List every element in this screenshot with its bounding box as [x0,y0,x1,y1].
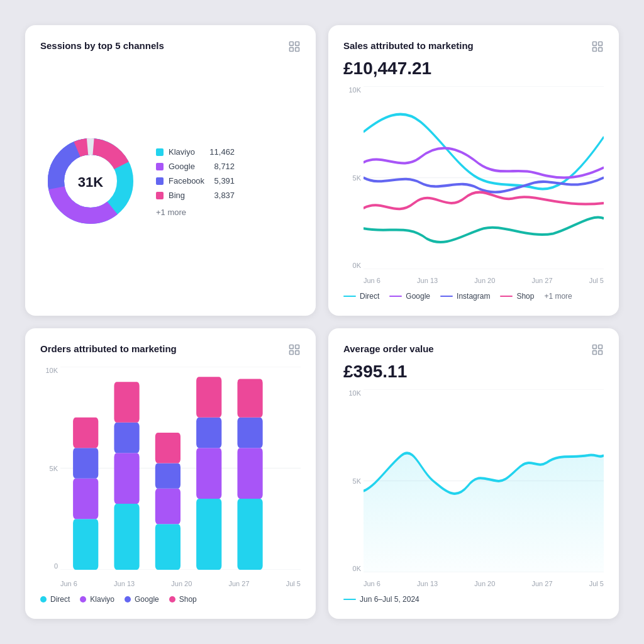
orders-legend-google: Google [125,595,159,604]
orders-google-label: Google [135,595,159,604]
aov-title: Average order value [343,343,434,354]
direct-line [343,296,356,297]
sales-legend-direct: Direct [343,292,379,301]
svg-rect-29 [114,453,139,504]
svg-rect-13 [599,48,602,52]
aov-value: £395.11 [343,362,604,382]
google-line [389,296,402,297]
google-label: Google [169,162,204,171]
aov-icon[interactable] [591,343,604,359]
sales-chart-area: 10K 5K 0K [343,86,604,284]
legend-item-klaviyo: Klaviyo 11,462 [156,147,235,157]
instagram-line [440,296,453,297]
bing-label: Bing [169,191,204,200]
instagram-label: Instagram [457,292,490,301]
svg-rect-36 [196,499,221,570]
sessions-card: Sessions by top 5 channels [25,25,316,316]
svg-rect-42 [237,418,262,448]
legend-item-bing: Bing 3,837 [156,191,235,200]
sales-more: +1 more [544,292,572,301]
svg-rect-25 [73,479,98,519]
sessions-icon[interactable] [288,40,301,56]
svg-rect-28 [114,504,139,570]
sessions-legend: Klaviyo 11,462 Google 8,712 Facebook 5,3… [156,147,235,217]
aov-y-axis: 10K 5K 0K [343,389,361,572]
svg-rect-0 [290,42,294,46]
svg-rect-34 [155,463,180,488]
sessions-more: +1 more [156,208,235,217]
orders-header: Orders attributed to marketing [40,343,301,359]
svg-rect-17 [290,345,294,349]
orders-card: Orders attributed to marketing 10K 5K 0 [25,328,316,619]
dashboard: Sessions by top 5 channels [0,0,644,644]
orders-icon[interactable] [288,343,301,359]
aov-header: Average order value [343,343,604,359]
svg-rect-26 [73,448,98,478]
shop-line [500,296,513,297]
svg-rect-10 [593,42,597,46]
svg-rect-32 [155,524,180,570]
donut-chart: 31K [40,131,141,234]
orders-chart-area: 10K 5K 0 [40,367,301,587]
sales-x-axis: Jun 6 Jun 13 Jun 20 Jun 27 Jul 5 [364,277,604,284]
facebook-label: Facebook [169,176,204,186]
svg-rect-44 [593,345,597,349]
sessions-title: Sessions by top 5 channels [40,40,164,51]
orders-legend-direct: Direct [40,595,70,604]
svg-rect-24 [73,519,98,570]
orders-klaviyo-dot [80,596,86,602]
svg-rect-47 [599,351,602,355]
sales-legend-google: Google [389,292,430,301]
facebook-dot [156,177,164,185]
sessions-content: 31K Klaviyo 11,462 Google 8,712 Facebook… [40,64,301,301]
orders-chart-svg [60,367,301,570]
aov-card: Average order value £395.11 10K 5K 0K [328,328,619,619]
sales-legend-instagram: Instagram [440,292,490,301]
svg-rect-18 [296,345,299,349]
google-value: 8,712 [209,162,235,171]
svg-rect-46 [593,351,597,355]
svg-rect-45 [599,345,602,349]
klaviyo-value: 11,462 [209,147,235,157]
orders-shop-label: Shop [179,595,197,604]
aov-period-line [343,599,356,600]
orders-klaviyo-label: Klaviyo [90,595,114,604]
aov-chart-area: 10K 5K 0K [343,389,604,587]
donut-center-value: 31K [78,174,103,191]
orders-direct-label: Direct [50,595,70,604]
bing-dot [156,192,164,199]
svg-rect-43 [237,379,262,417]
direct-label: Direct [360,292,379,301]
legend-item-google: Google 8,712 [156,162,235,171]
klaviyo-label: Klaviyo [169,147,204,157]
svg-rect-35 [155,433,180,463]
aov-legend-row: Jun 6–Jul 5, 2024 [343,595,604,604]
svg-rect-31 [114,382,139,423]
orders-y-axis: 10K 5K 0 [40,367,58,570]
svg-rect-27 [73,418,98,448]
aov-legend-period: Jun 6–Jul 5, 2024 [343,595,419,604]
sales-chart-svg [364,86,604,269]
sales-icon[interactable] [591,40,604,56]
svg-rect-33 [155,489,180,525]
orders-legend-klaviyo: Klaviyo [80,595,114,604]
legend-item-facebook: Facebook 5,391 [156,176,235,186]
orders-shop-dot [169,596,175,602]
orders-legend-shop: Shop [169,595,197,604]
sales-legend-row: Direct Google Instagram Shop +1 more [343,292,604,301]
svg-rect-20 [296,351,299,355]
aov-period-label: Jun 6–Jul 5, 2024 [360,595,419,604]
sales-title: Sales attributed to marketing [343,40,474,51]
sales-y-axis: 10K 5K 0K [343,86,361,269]
svg-rect-11 [599,42,602,46]
svg-rect-38 [196,418,221,448]
orders-direct-dot [40,596,47,602]
svg-rect-3 [296,48,299,52]
google-dot [156,163,164,170]
google-sales-label: Google [406,292,430,301]
svg-rect-1 [296,42,299,46]
svg-rect-39 [196,377,221,418]
svg-rect-12 [593,48,597,52]
orders-google-dot [125,596,131,602]
svg-rect-40 [237,499,262,570]
